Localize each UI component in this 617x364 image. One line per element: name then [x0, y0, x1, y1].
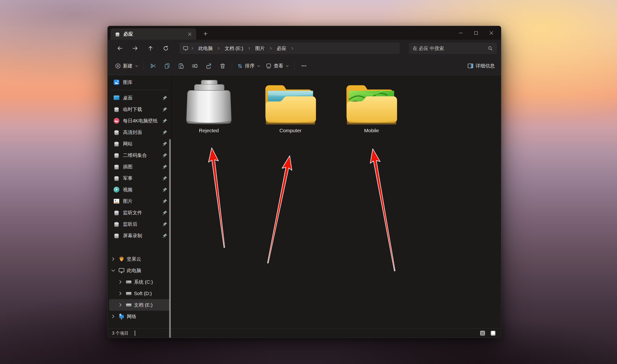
- sidebar-item-pictures[interactable]: 图片: [109, 195, 170, 207]
- yellow-folder-sea-icon: [265, 78, 316, 125]
- sidebar-item-desktop[interactable]: 桌面: [109, 92, 170, 104]
- gray-folder-icon: [113, 106, 120, 113]
- paste-button[interactable]: [174, 60, 188, 72]
- sidebar-item-label: 网站: [123, 141, 159, 147]
- file-list-area[interactable]: Rejected Computer Mobile: [172, 75, 501, 328]
- gray-folder-icon: [113, 129, 120, 136]
- network-icon: [118, 313, 125, 320]
- delete-button[interactable]: [216, 60, 229, 72]
- item-count: 3 个项目: [112, 330, 129, 336]
- sidebar-item-daily-4k-wallpaper[interactable]: 每日4K电脑壁纸: [109, 115, 170, 127]
- breadcrumb-chevron-icon[interactable]: [246, 45, 252, 52]
- chevron-down-icon[interactable]: [110, 267, 116, 273]
- sidebar-scrollbar[interactable]: [169, 139, 171, 338]
- view-button[interactable]: 查看: [263, 60, 292, 72]
- sidebar-spacer: [109, 241, 170, 253]
- sidebar-item-listen-after[interactable]: 监听后: [109, 218, 170, 230]
- details-pane-button[interactable]: 详细信息: [465, 60, 497, 72]
- trash-icon: [219, 63, 226, 69]
- sidebar-item-listen-files[interactable]: 监听文件: [109, 207, 170, 218]
- monitor-icon: [118, 267, 125, 274]
- search-icon: [487, 45, 493, 51]
- chevron-right-icon[interactable]: [117, 302, 123, 308]
- up-button[interactable]: [144, 43, 158, 54]
- sidebar-item-this-pc[interactable]: 此电脑: [109, 265, 170, 276]
- address-bar[interactable]: 此电脑 文档 (E:) 图片 必应: [179, 43, 400, 54]
- maximize-button[interactable]: [468, 27, 484, 39]
- chevron-right-icon[interactable]: [117, 279, 123, 285]
- breadcrumb-this-pc[interactable]: 此电脑: [196, 44, 215, 53]
- sidebar-divider: [110, 90, 169, 90]
- desktop-icon: [113, 94, 120, 101]
- sidebar-item-drive-c[interactable]: 系统 (C:): [109, 276, 170, 288]
- explorer-tab[interactable]: 必应: [111, 28, 196, 40]
- more-options-button[interactable]: [297, 60, 311, 72]
- sidebar-item-temp-downloads[interactable]: 临时下载: [109, 104, 170, 115]
- sidebar-item-network[interactable]: 网络: [109, 311, 170, 322]
- breadcrumb-pictures[interactable]: 图片: [253, 44, 267, 53]
- folder-item-mobile[interactable]: Mobile: [343, 78, 400, 133]
- refresh-button[interactable]: [159, 43, 173, 54]
- copy-button[interactable]: [160, 60, 174, 72]
- forward-button[interactable]: [128, 43, 142, 54]
- close-button[interactable]: [484, 27, 499, 39]
- minimize-button[interactable]: [453, 27, 468, 39]
- sidebar-item-websites[interactable]: 网站: [109, 138, 170, 149]
- sidebar-item-gallery[interactable]: 图库: [109, 77, 170, 88]
- sidebar-item-nutstore[interactable]: 坚果云: [109, 253, 170, 265]
- navigation-bar: 此电脑 文档 (E:) 图片 必应 在 必应 中搜索: [108, 40, 501, 57]
- thumbnail-view-icon: [490, 330, 496, 336]
- sidebar-item-label: 屏幕录制: [123, 233, 159, 239]
- chevron-right-icon[interactable]: [117, 290, 123, 297]
- drive-icon: [125, 302, 132, 308]
- sidebar-item-screen-recording[interactable]: 屏幕录制: [109, 230, 170, 241]
- breadcrumb-chevron-icon[interactable]: [268, 45, 274, 52]
- sidebar-item-illustrations[interactable]: 插图: [109, 161, 170, 172]
- system-drive-icon: [125, 279, 132, 285]
- sidebar-item-label: 图片: [123, 198, 159, 205]
- breadcrumb-docs-e[interactable]: 文档 (E:): [222, 44, 246, 53]
- search-box[interactable]: 在 必应 中搜索: [409, 43, 497, 54]
- pin-icon: [162, 198, 168, 204]
- toolbar-divider: [144, 62, 144, 70]
- pin-icon: [162, 141, 168, 147]
- breadcrumb-bing[interactable]: 必应: [275, 44, 289, 53]
- paste-icon: [178, 63, 184, 69]
- sidebar-item-label: 网络: [127, 313, 136, 320]
- sidebar-item-videos[interactable]: 视频: [109, 184, 170, 195]
- desktop-wallpaper: 必应: [0, 0, 617, 364]
- sidebar-item-drive-d[interactable]: Soft (D:): [109, 288, 170, 299]
- toolbar-divider: [294, 62, 294, 70]
- sidebar-item-military[interactable]: 军事: [109, 172, 170, 184]
- navigation-pane: 图库 桌面 临时下载 每日4K电脑壁纸: [108, 75, 171, 328]
- back-button[interactable]: [113, 43, 127, 54]
- drive-icon: [125, 290, 132, 297]
- sidebar-item-hd-covers[interactable]: 高清封面: [109, 127, 170, 138]
- sidebar-item-label: 二维码集合: [123, 152, 159, 158]
- pin-icon: [162, 187, 168, 193]
- share-button[interactable]: [202, 60, 216, 72]
- cut-button[interactable]: [146, 60, 160, 72]
- large-icons-view-toggle[interactable]: [489, 330, 497, 337]
- rename-button[interactable]: [188, 60, 202, 72]
- new-tab-button[interactable]: [201, 30, 210, 38]
- pin-icon: [162, 129, 168, 135]
- sidebar-item-qrcode-collection[interactable]: 二维码集合: [109, 149, 170, 161]
- breadcrumb-chevron-icon[interactable]: [289, 45, 295, 52]
- sidebar-item-label: 文档 (E:): [134, 302, 153, 308]
- sort-button[interactable]: 排序: [235, 60, 263, 72]
- folder-item-computer[interactable]: Computer: [262, 78, 319, 133]
- new-button[interactable]: 新建: [112, 60, 141, 72]
- breadcrumb-chevron-icon[interactable]: [216, 45, 222, 52]
- chevron-right-icon[interactable]: [110, 256, 116, 262]
- tab-close-button[interactable]: [186, 30, 194, 38]
- tab-title: 必应: [123, 31, 183, 37]
- breadcrumb-chevron-icon[interactable]: [189, 45, 196, 52]
- folder-item-rejected[interactable]: Rejected: [180, 78, 237, 133]
- sidebar-item-label: 桌面: [123, 95, 159, 101]
- details-view-toggle[interactable]: [478, 330, 487, 337]
- sidebar-item-drive-e[interactable]: 文档 (E:): [109, 299, 170, 311]
- scissors-icon: [150, 63, 157, 69]
- gray-folder-icon: [113, 232, 120, 239]
- chevron-right-icon[interactable]: [110, 313, 116, 320]
